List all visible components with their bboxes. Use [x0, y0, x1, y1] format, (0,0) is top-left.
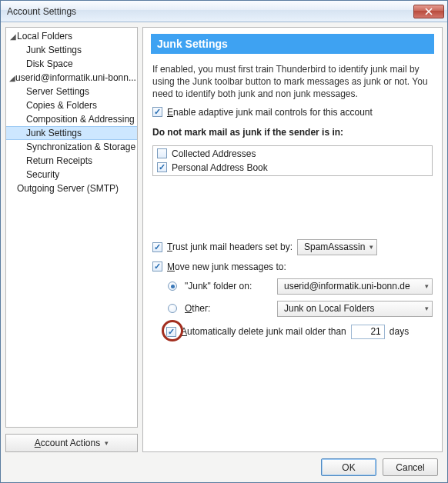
- trust-headers-combo[interactable]: SpamAssassin ▾: [297, 239, 377, 255]
- dialog-footer: OK Cancel: [5, 452, 443, 478]
- move-junk-checkbox[interactable]: [152, 261, 162, 271]
- trust-headers-row[interactable]: Trust junk mail headers set by: SpamAssa…: [152, 239, 433, 255]
- enable-adaptive-row[interactable]: Enable adaptive junk mail controls for t…: [152, 107, 433, 118]
- dest-junk-combo[interactable]: userid@informatik.uni-bonn.de ▾: [277, 278, 433, 295]
- tree-item-label: Outgoing Server (SMTP): [17, 183, 119, 194]
- tree-item-disk-space[interactable]: Disk Space: [6, 57, 137, 71]
- account-settings-window: Account Settings ◢ Local Folders Junk Se…: [0, 0, 448, 483]
- whitelist-listbox[interactable]: Collected Addresses Personal Address Boo…: [152, 145, 433, 176]
- tree-item-return-receipts[interactable]: Return Receipts: [6, 154, 137, 168]
- move-junk-row[interactable]: Move new junk messages to:: [152, 261, 433, 272]
- sidebar: ◢ Local Folders Junk Settings Disk Space…: [5, 27, 138, 452]
- chevron-down-icon: ▾: [425, 305, 429, 312]
- close-icon: [425, 8, 433, 15]
- dest-junk-row[interactable]: "Junk" folder on: userid@informatik.uni-…: [168, 278, 433, 295]
- tree-item-label: Copies & Folders: [26, 100, 97, 111]
- tree-item-label: Junk Settings: [26, 45, 82, 55]
- tree-item-security[interactable]: Security: [6, 168, 137, 182]
- dest-other-radio[interactable]: [168, 304, 177, 313]
- button-label: Cancel: [396, 462, 424, 473]
- button-label: OK: [342, 462, 355, 473]
- ok-button[interactable]: OK: [321, 458, 376, 476]
- enable-adaptive-label: Enable adaptive junk mail controls for t…: [167, 107, 373, 118]
- tree-item-local-folders[interactable]: ◢ Local Folders: [6, 29, 137, 43]
- whitelist-item-personal[interactable]: Personal Address Book: [157, 162, 428, 173]
- whitelist-label: Collected Addresses: [172, 148, 256, 159]
- tree-item-label: Synchronization & Storage: [26, 142, 135, 152]
- account-actions-button[interactable]: Account Actions ▾: [5, 434, 138, 452]
- whitelist-heading: Do not mark mail as junk if the sender i…: [152, 127, 433, 138]
- page-title: Junk Settings: [151, 34, 434, 54]
- combo-value: Junk on Local Folders: [284, 303, 374, 314]
- dest-other-row[interactable]: Other: Junk on Local Folders ▾: [168, 301, 433, 317]
- enable-adaptive-checkbox[interactable]: [152, 107, 162, 117]
- section-gap: [152, 190, 433, 233]
- twisty-icon: ◢: [9, 32, 17, 41]
- whitelist-label: Personal Address Book: [172, 162, 268, 173]
- tree-item-label: Security: [26, 169, 59, 180]
- tree-item-copies-folders[interactable]: Copies & Folders: [6, 98, 137, 112]
- tree-item-composition-addressing[interactable]: Composition & Addressing: [6, 112, 137, 126]
- tree-item-label: Local Folders: [17, 31, 72, 42]
- dest-other-combo[interactable]: Junk on Local Folders ▾: [277, 301, 433, 317]
- autodelete-row[interactable]: Automatically delete junk mail older tha…: [165, 323, 433, 341]
- tree-item-label: Server Settings: [26, 86, 89, 97]
- content-panel: Junk Settings If enabled, you must first…: [142, 27, 443, 452]
- trust-headers-label: Trust junk mail headers set by:: [167, 242, 293, 252]
- window-title: Account Settings: [7, 6, 413, 17]
- cancel-button[interactable]: Cancel: [383, 458, 438, 476]
- chevron-down-icon: ▾: [425, 282, 429, 290]
- client-area: ◢ Local Folders Junk Settings Disk Space…: [1, 22, 447, 482]
- combo-value: SpamAssassin: [304, 242, 365, 252]
- tree-item-label: userid@informatik.uni-bonn...: [15, 72, 136, 83]
- titlebar: Account Settings: [1, 1, 447, 22]
- autodelete-days-suffix: days: [389, 326, 409, 337]
- tree-item-account[interactable]: ◢ userid@informatik.uni-bonn...: [6, 71, 137, 85]
- tree-item-sync-storage[interactable]: Synchronization & Storage: [6, 140, 137, 154]
- whitelist-checkbox[interactable]: [157, 148, 167, 158]
- autodelete-checkbox[interactable]: [166, 327, 176, 337]
- chevron-down-icon: ▾: [105, 439, 109, 447]
- tree-item-label: Disk Space: [26, 58, 73, 69]
- whitelist-checkbox[interactable]: [157, 162, 167, 172]
- move-junk-label: Move new junk messages to:: [167, 261, 286, 272]
- tree-item-label: Composition & Addressing: [26, 114, 135, 125]
- autodelete-label: Automatically delete junk mail older tha…: [181, 326, 346, 337]
- twisty-icon: ◢: [9, 74, 15, 82]
- whitelist-item-collected[interactable]: Collected Addresses: [157, 148, 428, 159]
- combo-value: userid@informatik.uni-bonn.de: [284, 281, 410, 291]
- tree-item-label: Return Receipts: [26, 155, 92, 166]
- dest-other-label: Other:: [185, 303, 269, 314]
- account-actions-label: Account Actions: [35, 438, 100, 448]
- account-tree[interactable]: ◢ Local Folders Junk Settings Disk Space…: [5, 27, 138, 428]
- close-button[interactable]: [413, 5, 444, 18]
- chevron-down-icon: ▾: [369, 243, 373, 251]
- autodelete-days-input[interactable]: [351, 325, 385, 339]
- tree-item-label: Junk Settings: [26, 128, 82, 138]
- tree-item-junk-settings[interactable]: Junk Settings: [6, 126, 137, 140]
- description-text: If enabled, you must first train Thunder…: [152, 63, 433, 101]
- dest-junk-radio[interactable]: [168, 281, 177, 291]
- tree-item-server-settings[interactable]: Server Settings: [6, 85, 137, 98]
- dest-junk-label: "Junk" folder on:: [185, 281, 269, 291]
- tree-item-outgoing-smtp[interactable]: Outgoing Server (SMTP): [6, 182, 137, 195]
- body: ◢ Local Folders Junk Settings Disk Space…: [5, 27, 443, 452]
- tree-item-junk-settings-local[interactable]: Junk Settings: [6, 43, 137, 57]
- trust-headers-checkbox[interactable]: [152, 242, 162, 252]
